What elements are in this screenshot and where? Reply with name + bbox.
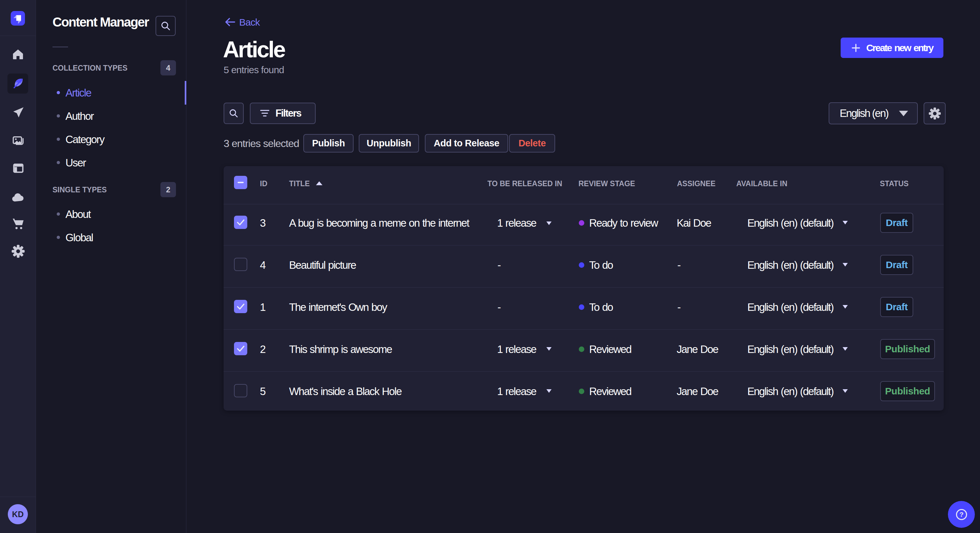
- svg-text:?: ?: [959, 511, 964, 518]
